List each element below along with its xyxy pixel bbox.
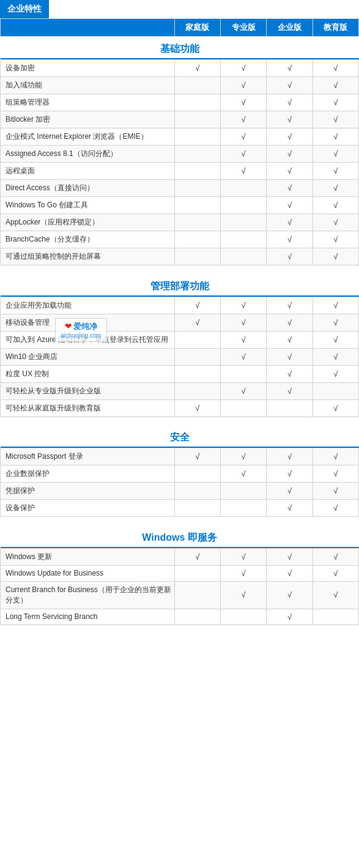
feature-table: 家庭版 专业版 企业版 教育版 基础功能设备加密√√√√加入域功能√√√组策略管… <box>0 18 359 625</box>
feature-name-cell: 凭据保护 <box>1 483 175 500</box>
check-cell-edu: √ <box>313 314 358 331</box>
check-cell-home <box>174 609 220 625</box>
table-row: 企业模式 Internet Explorer 浏览器（EMIE）√√√ <box>1 128 359 146</box>
section-header-row-management: 管理部署功能 <box>1 274 359 297</box>
feature-name-cell: Windows 更新 <box>1 548 175 565</box>
check-cell-ent: √ <box>267 180 313 197</box>
check-cell-home <box>174 94 220 111</box>
feature-name-cell: 企业模式 Internet Explorer 浏览器（EMIE） <box>1 128 175 146</box>
check-cell-edu: √ <box>313 548 358 565</box>
table-row: Windows Update for Business√√√ <box>1 565 359 581</box>
check-cell-pro: √ <box>221 111 267 128</box>
check-cell-pro: √ <box>221 382 267 399</box>
check-cell-home: √ <box>174 60 220 77</box>
check-cell-home <box>174 231 220 248</box>
check-cell-edu: √ <box>313 231 358 248</box>
check-cell-pro <box>221 500 267 517</box>
check-cell-ent: √ <box>267 581 313 609</box>
check-cell-home: √ <box>174 399 220 417</box>
check-cell-home <box>174 348 220 365</box>
check-cell-edu: √ <box>313 399 358 417</box>
check-cell-home <box>174 500 220 517</box>
table-row: 可轻松从家庭版升级到教育版√√ <box>1 399 359 417</box>
check-cell-pro: √ <box>221 466 267 483</box>
check-cell-ent: √ <box>267 231 313 248</box>
table-row: 设备保护√√ <box>1 500 359 517</box>
check-cell-home <box>174 146 220 163</box>
check-cell-edu: √ <box>313 214 358 231</box>
check-cell-pro: √ <box>221 146 267 163</box>
check-cell-home <box>174 77 220 94</box>
page-container: 企业特性 ❤ 爱纯净 aichunjing.com 家庭版 专业版 企业版 <box>0 0 359 625</box>
table-row: 企业应用旁加载功能√√√√ <box>1 297 359 314</box>
table-row: Win10 企业商店√√√ <box>1 348 359 365</box>
feature-name-cell: 可轻松从家庭版升级到教育版 <box>1 399 175 417</box>
table-row: 可轻松从专业版升级到企业版√√ <box>1 382 359 399</box>
check-cell-edu: √ <box>313 128 358 146</box>
feature-name-cell: Current Branch for Business（用于企业的当前更新分支） <box>1 581 175 609</box>
check-cell-ent: √ <box>267 382 313 399</box>
check-cell-ent: √ <box>267 128 313 146</box>
section-header-row-security: 安全 <box>1 425 359 448</box>
check-cell-ent: √ <box>267 111 313 128</box>
feature-name-cell: Win10 企业商店 <box>1 348 175 365</box>
feature-name-cell: Long Term Servicing Branch <box>1 609 175 625</box>
check-cell-pro: √ <box>221 548 267 565</box>
table-row: 粒度 UX 控制√√ <box>1 365 359 382</box>
check-cell-edu: √ <box>313 94 358 111</box>
table-row: Direct Access（直接访问）√√ <box>1 180 359 197</box>
check-cell-ent: √ <box>267 448 313 466</box>
table-row: 加入域功能√√√ <box>1 77 359 94</box>
feature-name-cell: 可通过组策略控制的开始屏幕 <box>1 248 175 265</box>
table-row: 组策略管理器√√√ <box>1 94 359 111</box>
check-cell-pro: √ <box>221 448 267 466</box>
feature-name-cell: 加入域功能 <box>1 77 175 94</box>
check-cell-ent: √ <box>267 163 313 180</box>
check-cell-edu: √ <box>313 197 358 214</box>
table-row: 设备加密√√√√ <box>1 60 359 77</box>
feature-name-cell: 移动设备管理 <box>1 314 175 331</box>
col-header-enterprise: 企业版 <box>267 19 313 37</box>
check-cell-home <box>174 111 220 128</box>
check-cell-edu: √ <box>313 60 358 77</box>
check-cell-ent: √ <box>267 297 313 314</box>
check-cell-ent: √ <box>267 565 313 581</box>
check-cell-edu: √ <box>313 581 358 609</box>
table-row: 移动设备管理√√√√ <box>1 314 359 331</box>
check-cell-edu: √ <box>313 565 358 581</box>
section-header-row-basic: 基础功能 <box>1 37 359 60</box>
feature-name-cell: 可轻松从专业版升级到企业版 <box>1 382 175 399</box>
section-gap-row <box>1 417 359 425</box>
check-cell-pro <box>221 214 267 231</box>
col-header-feature <box>1 19 175 37</box>
check-cell-ent: √ <box>267 483 313 500</box>
check-cell-ent: √ <box>267 214 313 231</box>
check-cell-home: √ <box>174 314 220 331</box>
header-banner: 企业特性 <box>0 0 49 18</box>
check-cell-home <box>174 197 220 214</box>
check-cell-home <box>174 180 220 197</box>
check-cell-ent: √ <box>267 77 313 94</box>
feature-name-cell: Assigned Access 8.1（访问分配） <box>1 146 175 163</box>
feature-name-cell: Direct Access（直接访问） <box>1 180 175 197</box>
check-cell-edu: √ <box>313 365 358 382</box>
check-cell-edu: √ <box>313 348 358 365</box>
check-cell-pro <box>221 180 267 197</box>
feature-name-cell: Bitlocker 加密 <box>1 111 175 128</box>
check-cell-home: √ <box>174 297 220 314</box>
col-header-home: 家庭版 <box>174 19 220 37</box>
feature-name-cell: 组策略管理器 <box>1 94 175 111</box>
check-cell-edu: √ <box>313 111 358 128</box>
check-cell-pro <box>221 609 267 625</box>
table-row: 可加入到 Azure 活动目录，单点登录到云托管应用√√√ <box>1 331 359 348</box>
table-row: Long Term Servicing Branch√ <box>1 609 359 625</box>
check-cell-home <box>174 581 220 609</box>
check-cell-home <box>174 248 220 265</box>
table-row: Microsoft Passport 登录√√√√ <box>1 448 359 466</box>
check-cell-pro: √ <box>221 297 267 314</box>
check-cell-pro <box>221 231 267 248</box>
check-cell-home <box>174 365 220 382</box>
check-cell-pro: √ <box>221 348 267 365</box>
feature-name-cell: 远程桌面 <box>1 163 175 180</box>
check-cell-pro <box>221 399 267 417</box>
